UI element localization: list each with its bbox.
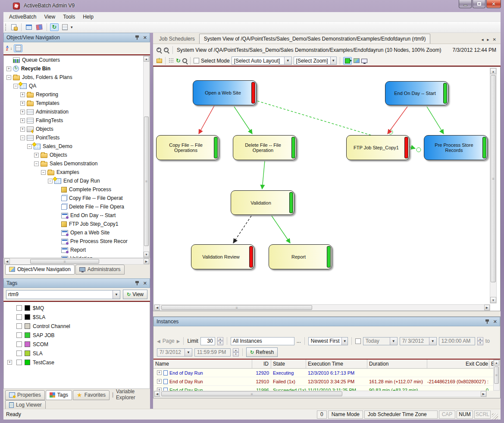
tab-variable-explorer[interactable]: Variable Explorer [116, 388, 150, 401]
scope-input[interactable]: All Instances [231, 337, 294, 345]
refresh-view-icon[interactable]: ↻ [176, 57, 181, 64]
expand-icon[interactable]: + [20, 127, 25, 132]
tag-checkbox[interactable] [16, 332, 22, 338]
next-page-icon[interactable]: ▶ [177, 339, 180, 344]
tag-item[interactable]: SAP JOB [4, 331, 150, 340]
tree-item[interactable]: End On Day -- Start [4, 211, 150, 220]
tree-item[interactable]: −Sales Demonstration [4, 159, 150, 168]
tag-checkbox[interactable] [16, 314, 22, 320]
tree-item[interactable]: Copy File -- File Operat [4, 194, 150, 202]
tags-view-button[interactable]: ↻ View [123, 290, 147, 299]
tag-item[interactable]: Control Channel [4, 322, 150, 331]
time-to-spinner[interactable]: ▲▼ [233, 348, 239, 357]
tree-item[interactable]: −QA [4, 82, 150, 90]
tag-item[interactable]: +TestCase [4, 358, 150, 367]
diagram-horizontal-scrollbar[interactable]: ◀ ▶ [154, 304, 490, 311]
diagram-vertical-scrollbar[interactable]: ▲ ▼ [490, 68, 497, 303]
menu-help[interactable]: Help [79, 13, 97, 21]
prev-page-icon[interactable]: ◀ [157, 339, 160, 344]
tree-item[interactable]: +Recycle Bin [4, 64, 150, 73]
expand-icon[interactable]: + [34, 153, 39, 158]
tree-item[interactable]: −End of Day Run [4, 177, 150, 185]
tree-item[interactable]: Validation [4, 254, 150, 258]
diagram-node[interactable]: End On Day -- Start [385, 81, 448, 105]
date-to-picker[interactable]: 7/ 3/2012 ▼ [157, 348, 192, 357]
tree-item[interactable]: −Sales_Demo [4, 142, 150, 151]
diagram-node[interactable]: Open a Web Site [193, 80, 257, 105]
close-document-icon[interactable]: ✕ [493, 37, 496, 42]
menu-view[interactable]: View [40, 13, 59, 21]
tree-item[interactable]: −PointTests [4, 133, 150, 142]
tree-item[interactable]: +Templates [4, 99, 150, 107]
tag-item[interactable]: SLA [4, 349, 150, 358]
find-icon[interactable] [182, 58, 187, 63]
diagram-node[interactable]: Delete File -- File Operation [233, 135, 297, 160]
collapse-icon[interactable]: − [20, 136, 25, 140]
tree-item[interactable]: Report [4, 246, 150, 254]
tag-checkbox[interactable] [16, 305, 22, 311]
tags-editor-icon[interactable] [35, 23, 44, 31]
expand-icon[interactable]: + [7, 360, 12, 365]
export-image-icon[interactable] [354, 58, 360, 63]
close-panel-icon[interactable]: ✕ [143, 35, 147, 41]
expand-icon[interactable]: + [20, 101, 25, 106]
column-header[interactable]: Duration [367, 360, 427, 368]
collapse-icon[interactable]: − [48, 179, 53, 183]
tag-checkbox[interactable] [16, 341, 22, 347]
diagram-node[interactable]: Validation Review [191, 244, 254, 269]
diagram-node[interactable]: Pre Process Store Records [424, 135, 488, 160]
refresh-button[interactable]: ↻ Refresh [246, 347, 278, 357]
expand-icon[interactable]: + [157, 379, 162, 384]
tab-favorites[interactable]: ★ Favorites [73, 390, 110, 400]
close-panel-icon[interactable]: ✕ [143, 281, 147, 286]
up-folder-icon[interactable] [157, 59, 162, 63]
tag-checkbox[interactable] [16, 323, 22, 329]
tree-item[interactable]: +FailingTests [4, 116, 150, 125]
pin-icon[interactable] [135, 35, 140, 41]
tree-item[interactable]: Delete File -- File Opera [4, 202, 150, 211]
range-preset-dropdown[interactable]: Today ▼ [363, 337, 398, 345]
close-panel-icon[interactable]: ✕ [493, 319, 497, 325]
date-from-picker[interactable]: 7/ 3/2012 ▼ [400, 337, 437, 345]
pin-icon[interactable] [485, 319, 490, 325]
column-header[interactable]: Name [153, 360, 252, 368]
collapse-icon[interactable]: − [13, 84, 18, 88]
column-header[interactable]: Execution Time [306, 360, 367, 368]
limit-spinner[interactable]: ▲▼ [217, 337, 223, 345]
flowchart-canvas[interactable]: Open a Web SiteEnd On Day -- StartCopy F… [154, 67, 490, 304]
scroll-tabs-left-icon[interactable]: ◂ [482, 37, 484, 42]
refresh-icon[interactable]: ↻ [50, 23, 59, 31]
collapse-icon[interactable]: − [27, 144, 32, 149]
tag-checkbox[interactable] [16, 360, 22, 365]
pin-icon[interactable] [135, 281, 140, 286]
menu-activebatch[interactable]: ActiveBatch [5, 13, 40, 21]
expand-icon[interactable]: + [157, 370, 162, 375]
tree-item[interactable]: Complete Process [4, 185, 150, 194]
tag-item[interactable]: $MQ [4, 303, 150, 313]
zoom-in-icon[interactable]: + [157, 47, 161, 52]
tree-item[interactable]: −Jobs, Folders & Plans [4, 73, 150, 82]
restore-button[interactable] [473, 0, 485, 8]
window-icon[interactable] [25, 23, 33, 31]
tree-item[interactable]: FTP Job Step_Copy1 [4, 220, 150, 228]
column-header[interactable]: Exit Code [427, 360, 489, 368]
collapse-icon[interactable]: − [34, 161, 39, 166]
expand-icon[interactable]: + [20, 92, 25, 97]
time-from-spinner[interactable]: ▲▼ [477, 337, 483, 345]
diagram-node[interactable]: Validation [231, 190, 294, 215]
column-header[interactable]: State [271, 360, 306, 368]
run-icon[interactable] [343, 57, 352, 65]
select-mode-checkbox[interactable] [194, 58, 199, 63]
tree-view-mode-icon[interactable] [14, 44, 22, 52]
tree-item[interactable]: Pre Process Store Recor [4, 237, 150, 246]
tree-item[interactable]: Queue Counters [4, 56, 150, 64]
chevron-down-icon[interactable]: ▼ [113, 290, 120, 299]
menu-tools[interactable]: Tools [59, 13, 79, 21]
instances-horizontal-scrollbar[interactable]: ◀ ▶ [154, 391, 487, 397]
resize-grip[interactable] [492, 414, 498, 420]
table-row[interactable]: +End of Day Run12910Failed (1x)12/3/2010… [153, 377, 494, 386]
table-row[interactable]: +End of Day Run12920Executing12/3/2010 6… [153, 369, 494, 377]
tag-item[interactable]: SCOM [4, 340, 150, 349]
expand-icon[interactable]: + [20, 118, 25, 123]
grid-icon[interactable] [169, 58, 174, 63]
